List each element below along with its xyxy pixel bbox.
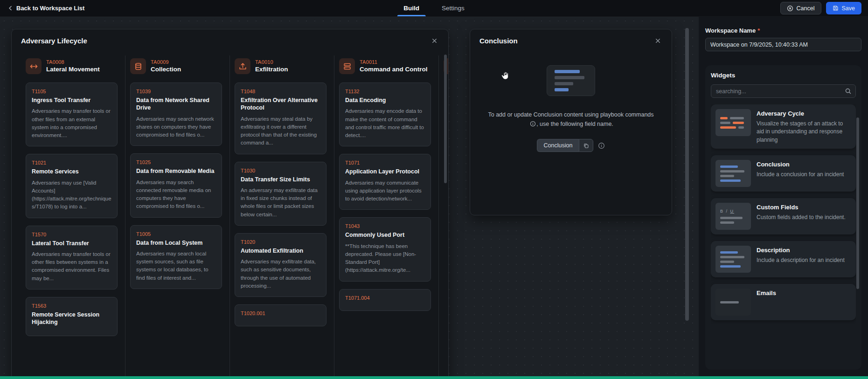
widget-list-item[interactable]: B / U Custom Fields Custom fields added …: [711, 198, 856, 234]
workspace-canvas[interactable]: Adversary Lifecycle TA0008 Lateral Movem…: [0, 17, 699, 376]
tab-build[interactable]: Build: [403, 0, 419, 16]
technique-card[interactable]: T1105 Ingress Tool Transfer Adversaries …: [26, 83, 118, 146]
technique-card[interactable]: T1020 Automated Exfiltration Adversaries…: [235, 233, 326, 297]
tab-build-label: Build: [403, 5, 419, 12]
widget-search-input[interactable]: [711, 84, 856, 98]
lifecycle-columns: TA0008 Lateral Movement T1105 Ingress To…: [12, 55, 448, 376]
conclusion-body: To add or update Conclusion content usin…: [470, 49, 672, 152]
copy-field-name-button[interactable]: [579, 139, 593, 152]
tactic-name: Lateral Movement: [46, 66, 100, 73]
technique-name: Data from Removable Media: [136, 167, 216, 175]
tactic-column: [439, 55, 448, 376]
technique-card[interactable]: T1570 Lateral Tool Transfer Adversaries …: [26, 226, 118, 289]
technique-card[interactable]: T1132 Data Encoding Adversaries may enco…: [339, 83, 431, 146]
tactic-id: TA0008: [46, 59, 100, 65]
collection-icon: [130, 58, 146, 74]
technique-id: T1021: [32, 160, 111, 165]
technique-description: **This technique has been deprecated. Pl…: [345, 242, 425, 275]
widget-list-item[interactable]: Emails: [711, 284, 856, 320]
technique-id: T1048: [241, 89, 320, 94]
technique-id: T1043: [345, 223, 425, 229]
technique-card[interactable]: T1071 Application Layer Protocol Adversa…: [339, 154, 431, 210]
technique-description: An adversary may exfiltrate data in fixe…: [241, 186, 320, 219]
tab-settings[interactable]: Settings: [442, 0, 465, 16]
widget-list-item[interactable]: Description Include a description for an…: [711, 241, 856, 277]
technique-description: Adversaries may transfer tools or other …: [32, 250, 111, 283]
technique-id: T1132: [345, 89, 425, 94]
technique-card[interactable]: T1021 Remote Services Adversaries may us…: [26, 154, 118, 218]
close-lifecycle-button[interactable]: [430, 36, 439, 45]
field-name-chip: Conclusion: [537, 139, 594, 152]
tactic-name: Exfiltration: [255, 66, 288, 73]
bottom-accent-bar: [0, 376, 868, 379]
save-button[interactable]: Save: [826, 2, 862, 14]
conclusion-title: Conclusion: [479, 37, 518, 45]
close-conclusion-button[interactable]: [653, 36, 662, 45]
app-root: Back to Workspace List Build Settings Ca…: [0, 0, 868, 379]
technique-name: Commonly Used Port: [345, 231, 425, 239]
widget-list-item[interactable]: Conclusion Include a conclusion for an i…: [711, 155, 856, 192]
technique-id: T1563: [32, 303, 111, 309]
conclusion-widget[interactable]: Conclusion To add or update Conclusion c…: [470, 29, 672, 215]
widget-search: [711, 84, 856, 98]
technique-card[interactable]: T1071.004: [339, 289, 431, 311]
widget-title: Custom Fields: [757, 204, 846, 211]
tactic-column: TA0011 Command and Control T1132 Data En…: [334, 55, 439, 376]
technique-description: Adversaries may encode data to make the …: [345, 107, 425, 139]
tactic-column: TA0008 Lateral Movement T1105 Ingress To…: [21, 55, 125, 376]
lifecycle-scrollbar[interactable]: [444, 55, 447, 183]
workspace-name-label: Workspace Name*: [705, 27, 861, 34]
technique-card[interactable]: T1025 Data from Removable Media Adversar…: [130, 153, 222, 217]
field-name-label: Conclusion: [537, 139, 579, 152]
technique-id: T1071.004: [345, 295, 425, 301]
technique-id: T1025: [136, 159, 216, 165]
widget-description: Custom fields added to the incident.: [757, 214, 846, 221]
technique-card[interactable]: T1043 Commonly Used Port **This techniqu…: [339, 217, 431, 281]
back-link[interactable]: Back to Workspace List: [0, 0, 92, 16]
required-marker: *: [757, 27, 760, 34]
workspace-name-input[interactable]: [705, 38, 861, 51]
widget-thumbnail: [715, 289, 751, 316]
technique-description: Adversaries may transfer tools or other …: [32, 107, 111, 139]
empty-content-illustration: [547, 65, 595, 96]
technique-card[interactable]: T1005 Data from Local System Adversaries…: [130, 225, 222, 289]
technique-list: T1132 Data Encoding Adversaries may enco…: [339, 83, 431, 311]
tactic-header: TA0011 Command and Control: [339, 58, 431, 74]
technique-name: Remote Service Session Hijacking: [32, 311, 111, 326]
conclusion-header: Conclusion: [470, 29, 672, 49]
widget-title: Adversary Cycle: [757, 110, 851, 117]
canvas-scrollbar[interactable]: [685, 28, 689, 321]
technique-description: Adversaries may use [Valid Accounts] (ht…: [32, 179, 111, 211]
cancel-button[interactable]: Cancel: [780, 2, 821, 14]
widget-thumbnail: [715, 109, 751, 136]
technique-description: Adversaries may search local system sour…: [136, 250, 216, 282]
widgets-title: Widgets: [711, 72, 856, 79]
technique-id: T1105: [32, 89, 111, 94]
back-link-label: Back to Workspace List: [16, 5, 84, 12]
technique-card[interactable]: T1030 Data Transfer Size Limits An adver…: [235, 162, 326, 226]
technique-description: Adversaries may search connected removab…: [136, 179, 216, 211]
technique-card[interactable]: T1048 Exfiltration Over Alternative Prot…: [235, 83, 326, 154]
technique-card[interactable]: T1020.001: [235, 304, 326, 326]
search-icon: [845, 88, 852, 95]
technique-card[interactable]: T1039 Data from Network Shared Drive Adv…: [130, 83, 222, 146]
field-name-info-icon[interactable]: [598, 142, 605, 149]
tactic-id: TA0011: [360, 59, 428, 65]
technique-name: Data from Network Shared Drive: [136, 96, 216, 112]
technique-list: T1105 Ingress Tool Transfer Adversaries …: [26, 83, 118, 336]
widgets-panel: Widgets Adversary Cycle Visualize the st…: [705, 65, 861, 370]
topbar: Back to Workspace List Build Settings Ca…: [0, 0, 868, 17]
widget-thumbnail: B / U: [715, 203, 751, 230]
save-button-label: Save: [842, 5, 855, 12]
widget-list-scrollbar[interactable]: [856, 117, 859, 289]
tactic-header: TA0009 Collection: [130, 58, 222, 74]
chevron-left-icon: [7, 5, 14, 11]
technique-id: T1005: [136, 231, 216, 237]
field-name-row: Conclusion: [537, 139, 605, 152]
tactic-column: TA0010 Exfiltration T1048 Exfiltration O…: [230, 55, 334, 376]
adversary-lifecycle-widget[interactable]: Adversary Lifecycle TA0008 Lateral Movem…: [11, 29, 449, 376]
widget-list-item[interactable]: Adversary Cycle Visualize the stages of …: [711, 104, 856, 149]
technique-card[interactable]: T1563 Remote Service Session Hijacking: [26, 297, 118, 337]
tactic-id: TA0010: [255, 59, 288, 65]
widget-title: Emails: [757, 289, 776, 296]
